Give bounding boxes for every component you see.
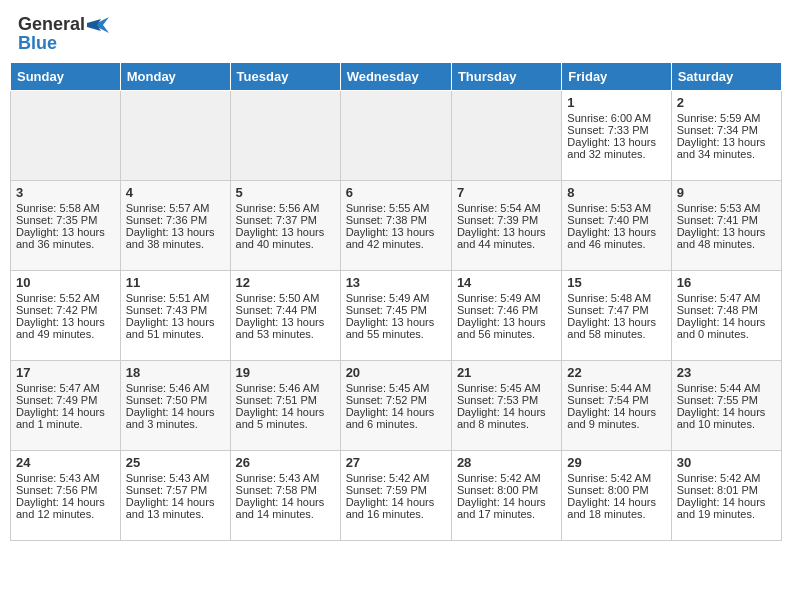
calendar-cell bbox=[340, 91, 451, 181]
calendar-cell: 2Sunrise: 5:59 AMSunset: 7:34 PMDaylight… bbox=[671, 91, 781, 181]
sunrise-text: Sunrise: 5:42 AM bbox=[346, 472, 446, 484]
calendar-cell: 23Sunrise: 5:44 AMSunset: 7:55 PMDayligh… bbox=[671, 361, 781, 451]
sunset-text: Sunset: 7:47 PM bbox=[567, 304, 665, 316]
daylight-text: Daylight: 14 hours and 16 minutes. bbox=[346, 496, 446, 520]
sunrise-text: Sunrise: 5:59 AM bbox=[677, 112, 776, 124]
sunrise-text: Sunrise: 5:52 AM bbox=[16, 292, 115, 304]
calendar-cell: 6Sunrise: 5:55 AMSunset: 7:38 PMDaylight… bbox=[340, 181, 451, 271]
calendar-cell: 9Sunrise: 5:53 AMSunset: 7:41 PMDaylight… bbox=[671, 181, 781, 271]
sunrise-text: Sunrise: 5:43 AM bbox=[126, 472, 225, 484]
sunrise-text: Sunrise: 5:42 AM bbox=[567, 472, 665, 484]
weekday-header-monday: Monday bbox=[120, 63, 230, 91]
day-number: 6 bbox=[346, 185, 446, 200]
sunrise-text: Sunrise: 5:53 AM bbox=[677, 202, 776, 214]
sunset-text: Sunset: 7:59 PM bbox=[346, 484, 446, 496]
day-number: 4 bbox=[126, 185, 225, 200]
sunset-text: Sunset: 7:44 PM bbox=[236, 304, 335, 316]
daylight-text: Daylight: 14 hours and 1 minute. bbox=[16, 406, 115, 430]
day-number: 2 bbox=[677, 95, 776, 110]
sunset-text: Sunset: 7:45 PM bbox=[346, 304, 446, 316]
sunrise-text: Sunrise: 5:50 AM bbox=[236, 292, 335, 304]
day-number: 5 bbox=[236, 185, 335, 200]
sunset-text: Sunset: 7:56 PM bbox=[16, 484, 115, 496]
calendar-cell: 25Sunrise: 5:43 AMSunset: 7:57 PMDayligh… bbox=[120, 451, 230, 541]
sunrise-text: Sunrise: 5:45 AM bbox=[457, 382, 556, 394]
daylight-text: Daylight: 14 hours and 13 minutes. bbox=[126, 496, 225, 520]
calendar-cell: 10Sunrise: 5:52 AMSunset: 7:42 PMDayligh… bbox=[11, 271, 121, 361]
day-number: 27 bbox=[346, 455, 446, 470]
calendar-week-row: 1Sunrise: 6:00 AMSunset: 7:33 PMDaylight… bbox=[11, 91, 782, 181]
day-number: 24 bbox=[16, 455, 115, 470]
sunset-text: Sunset: 7:37 PM bbox=[236, 214, 335, 226]
daylight-text: Daylight: 14 hours and 6 minutes. bbox=[346, 406, 446, 430]
day-number: 29 bbox=[567, 455, 665, 470]
calendar-cell: 24Sunrise: 5:43 AMSunset: 7:56 PMDayligh… bbox=[11, 451, 121, 541]
calendar-cell: 5Sunrise: 5:56 AMSunset: 7:37 PMDaylight… bbox=[230, 181, 340, 271]
daylight-text: Daylight: 13 hours and 53 minutes. bbox=[236, 316, 335, 340]
daylight-text: Daylight: 14 hours and 12 minutes. bbox=[16, 496, 115, 520]
day-number: 12 bbox=[236, 275, 335, 290]
sunset-text: Sunset: 8:01 PM bbox=[677, 484, 776, 496]
calendar-cell bbox=[451, 91, 561, 181]
daylight-text: Daylight: 13 hours and 56 minutes. bbox=[457, 316, 556, 340]
calendar-cell: 19Sunrise: 5:46 AMSunset: 7:51 PMDayligh… bbox=[230, 361, 340, 451]
daylight-text: Daylight: 13 hours and 34 minutes. bbox=[677, 136, 776, 160]
day-number: 28 bbox=[457, 455, 556, 470]
sunrise-text: Sunrise: 5:43 AM bbox=[236, 472, 335, 484]
sunrise-text: Sunrise: 5:51 AM bbox=[126, 292, 225, 304]
sunset-text: Sunset: 7:35 PM bbox=[16, 214, 115, 226]
calendar-cell: 13Sunrise: 5:49 AMSunset: 7:45 PMDayligh… bbox=[340, 271, 451, 361]
weekday-header-sunday: Sunday bbox=[11, 63, 121, 91]
calendar-cell: 22Sunrise: 5:44 AMSunset: 7:54 PMDayligh… bbox=[562, 361, 671, 451]
sunset-text: Sunset: 7:39 PM bbox=[457, 214, 556, 226]
sunset-text: Sunset: 7:49 PM bbox=[16, 394, 115, 406]
sunset-text: Sunset: 8:00 PM bbox=[567, 484, 665, 496]
daylight-text: Daylight: 13 hours and 40 minutes. bbox=[236, 226, 335, 250]
sunset-text: Sunset: 7:55 PM bbox=[677, 394, 776, 406]
day-number: 26 bbox=[236, 455, 335, 470]
sunset-text: Sunset: 7:50 PM bbox=[126, 394, 225, 406]
calendar-cell: 8Sunrise: 5:53 AMSunset: 7:40 PMDaylight… bbox=[562, 181, 671, 271]
calendar-cell: 11Sunrise: 5:51 AMSunset: 7:43 PMDayligh… bbox=[120, 271, 230, 361]
sunset-text: Sunset: 7:34 PM bbox=[677, 124, 776, 136]
calendar-cell bbox=[120, 91, 230, 181]
sunset-text: Sunset: 7:33 PM bbox=[567, 124, 665, 136]
daylight-text: Daylight: 13 hours and 44 minutes. bbox=[457, 226, 556, 250]
sunrise-text: Sunrise: 5:46 AM bbox=[236, 382, 335, 394]
daylight-text: Daylight: 13 hours and 55 minutes. bbox=[346, 316, 446, 340]
sunset-text: Sunset: 7:43 PM bbox=[126, 304, 225, 316]
daylight-text: Daylight: 13 hours and 48 minutes. bbox=[677, 226, 776, 250]
calendar-cell: 12Sunrise: 5:50 AMSunset: 7:44 PMDayligh… bbox=[230, 271, 340, 361]
sunrise-text: Sunrise: 5:53 AM bbox=[567, 202, 665, 214]
daylight-text: Daylight: 14 hours and 19 minutes. bbox=[677, 496, 776, 520]
sunrise-text: Sunrise: 5:42 AM bbox=[457, 472, 556, 484]
sunset-text: Sunset: 7:53 PM bbox=[457, 394, 556, 406]
weekday-header-saturday: Saturday bbox=[671, 63, 781, 91]
daylight-text: Daylight: 14 hours and 8 minutes. bbox=[457, 406, 556, 430]
logo-bird-icon bbox=[87, 17, 109, 33]
calendar-cell: 27Sunrise: 5:42 AMSunset: 7:59 PMDayligh… bbox=[340, 451, 451, 541]
sunset-text: Sunset: 7:58 PM bbox=[236, 484, 335, 496]
calendar-cell: 16Sunrise: 5:47 AMSunset: 7:48 PMDayligh… bbox=[671, 271, 781, 361]
sunrise-text: Sunrise: 5:57 AM bbox=[126, 202, 225, 214]
logo: General Blue bbox=[18, 14, 109, 54]
sunrise-text: Sunrise: 5:45 AM bbox=[346, 382, 446, 394]
day-number: 22 bbox=[567, 365, 665, 380]
daylight-text: Daylight: 13 hours and 42 minutes. bbox=[346, 226, 446, 250]
daylight-text: Daylight: 14 hours and 14 minutes. bbox=[236, 496, 335, 520]
calendar-cell bbox=[11, 91, 121, 181]
calendar-cell: 20Sunrise: 5:45 AMSunset: 7:52 PMDayligh… bbox=[340, 361, 451, 451]
daylight-text: Daylight: 14 hours and 3 minutes. bbox=[126, 406, 225, 430]
day-number: 21 bbox=[457, 365, 556, 380]
sunrise-text: Sunrise: 5:48 AM bbox=[567, 292, 665, 304]
day-number: 1 bbox=[567, 95, 665, 110]
sunset-text: Sunset: 8:00 PM bbox=[457, 484, 556, 496]
logo-blue-text: Blue bbox=[18, 33, 57, 54]
sunrise-text: Sunrise: 5:47 AM bbox=[677, 292, 776, 304]
daylight-text: Daylight: 13 hours and 58 minutes. bbox=[567, 316, 665, 340]
sunset-text: Sunset: 7:40 PM bbox=[567, 214, 665, 226]
day-number: 11 bbox=[126, 275, 225, 290]
day-number: 19 bbox=[236, 365, 335, 380]
daylight-text: Daylight: 14 hours and 0 minutes. bbox=[677, 316, 776, 340]
sunset-text: Sunset: 7:52 PM bbox=[346, 394, 446, 406]
